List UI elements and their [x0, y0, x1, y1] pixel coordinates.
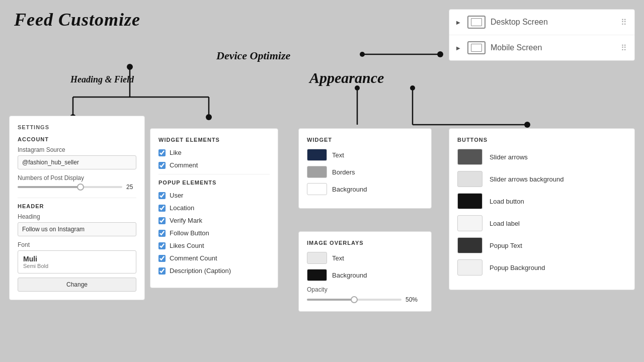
instagram-source-input[interactable] — [18, 155, 136, 169]
opacity-slider-thumb[interactable] — [351, 296, 358, 303]
widget-background-swatch[interactable] — [307, 183, 327, 195]
overlay-text-row: Text — [307, 252, 423, 264]
widget-appearance-title: WIDGET — [307, 137, 423, 143]
popup-likes-checkbox[interactable] — [158, 242, 166, 249]
popup-comment-count-row: Comment Count — [158, 254, 270, 262]
slider-arrows-bg-swatch[interactable] — [457, 171, 482, 187]
heading-input[interactable] — [18, 222, 136, 236]
popup-location-checkbox[interactable] — [158, 205, 166, 212]
popup-location-row: Location — [158, 204, 270, 212]
overlay-background-label: Background — [332, 272, 367, 279]
popup-verify-row: Verify Mark — [158, 217, 270, 224]
popup-verify-label: Verify Mark — [170, 217, 202, 224]
popup-text-label: Popup Text — [490, 242, 522, 249]
popup-likes-row: Likes Count — [158, 242, 270, 249]
appearance-panel: WIDGET Text Borders Background — [298, 128, 432, 209]
heading-label: Heading — [18, 213, 136, 220]
overlay-text-label: Text — [332, 254, 344, 262]
mobile-screen-label: Mobile Screen — [491, 43, 616, 52]
widget-elements-panel: WIDGET ELEMENTS Like Comment POPUP ELEME… — [150, 128, 278, 288]
popup-text-swatch[interactable] — [457, 237, 482, 253]
change-font-button[interactable]: Change — [18, 278, 136, 292]
image-overlays-panel: IMAGE OVERLAYS Text Background Opacity 5… — [298, 231, 432, 312]
load-button-row: Load button — [457, 193, 626, 209]
overlay-text-swatch[interactable] — [307, 252, 327, 264]
desktop-screen-item[interactable]: ▶ Desktop Screen ⠿ — [449, 10, 634, 35]
popup-bg-label: Popup Background — [490, 264, 545, 272]
popup-description-row: Description (Caption) — [158, 267, 270, 275]
popup-bg-row: Popup Background — [457, 259, 626, 276]
buttons-panel: BUTTONS Slider arrows Slider arrows back… — [449, 128, 635, 290]
widget-elements-title: WIDGET ELEMENTS — [158, 137, 270, 143]
popup-user-row: User — [158, 192, 270, 199]
account-section-label: ACCOUNT — [18, 136, 136, 142]
widget-background-row: Background — [307, 183, 423, 195]
popup-follow-checkbox[interactable] — [158, 230, 166, 237]
overlay-background-row: Background — [307, 269, 423, 281]
slider-arrows-label: Slider arrows — [490, 153, 528, 161]
desktop-dots-icon[interactable]: ⠿ — [621, 18, 627, 27]
device-optimize-label: Device Optimize — [216, 49, 290, 62]
popup-bg-swatch[interactable] — [457, 259, 482, 276]
svg-point-7 — [206, 114, 212, 120]
image-overlays-title: IMAGE OVERLAYS — [307, 240, 423, 246]
widget-borders-label: Borders — [332, 168, 355, 176]
widget-comment-checkbox[interactable] — [158, 162, 166, 169]
load-label-swatch[interactable] — [457, 215, 482, 231]
font-label: Font — [18, 241, 136, 248]
header-section-label: HEADER — [18, 203, 136, 209]
popup-verify-checkbox[interactable] — [158, 217, 166, 224]
popup-location-label: Location — [170, 204, 194, 212]
mobile-screen-item[interactable]: ▶ Mobile Screen ⠿ — [449, 35, 634, 60]
opacity-slider-track[interactable] — [307, 299, 401, 301]
overlay-background-swatch[interactable] — [307, 269, 327, 281]
slider-arrows-bg-label: Slider arrows background — [490, 175, 564, 183]
widget-like-checkbox[interactable] — [158, 149, 166, 156]
popup-comment-count-checkbox[interactable] — [158, 255, 166, 262]
load-button-label: Load button — [490, 198, 524, 205]
slider-arrows-bg-row: Slider arrows background — [457, 171, 626, 187]
slider-thumb[interactable] — [77, 184, 84, 191]
settings-title: SETTINGS — [18, 124, 136, 130]
widget-like-row: Like — [158, 149, 270, 156]
widget-text-label: Text — [332, 151, 344, 159]
widget-borders-row: Borders — [307, 166, 423, 178]
post-display-slider-track[interactable] — [18, 186, 122, 188]
post-display-value: 25 — [126, 184, 136, 191]
svg-point-10 — [437, 51, 443, 57]
svg-point-16 — [524, 122, 530, 128]
buttons-panel-title: BUTTONS — [457, 137, 626, 143]
desktop-screen-label: Desktop Screen — [491, 18, 616, 27]
popup-comment-count-label: Comment Count — [170, 254, 217, 262]
opacity-slider-fill — [307, 299, 354, 301]
popup-user-label: User — [170, 192, 183, 199]
font-weight: Semi Bold — [23, 263, 131, 269]
load-button-swatch[interactable] — [457, 193, 482, 209]
popup-likes-label: Likes Count — [170, 242, 204, 249]
widget-comment-row: Comment — [158, 161, 270, 169]
widget-comment-label: Comment — [170, 161, 198, 169]
popup-user-checkbox[interactable] — [158, 192, 166, 199]
divider-2 — [158, 174, 270, 174]
popup-description-checkbox[interactable] — [158, 267, 166, 275]
widget-borders-swatch[interactable] — [307, 166, 327, 178]
slider-arrows-swatch[interactable] — [457, 149, 482, 165]
appearance-label: Appearance — [309, 69, 384, 86]
widget-background-label: Background — [332, 186, 367, 193]
divider-1 — [18, 198, 136, 198]
font-name: Muli — [23, 255, 131, 263]
desktop-screen-icon — [467, 16, 486, 29]
load-label-row: Load label — [457, 215, 626, 231]
popup-elements-title: POPUP ELEMENTS — [158, 179, 270, 186]
mobile-dots-icon[interactable]: ⠿ — [621, 43, 627, 53]
widget-text-swatch[interactable] — [307, 149, 327, 161]
popup-description-label: Description (Caption) — [170, 267, 231, 275]
load-label-label: Load label — [490, 220, 520, 227]
heading-field-label: Heading & Field — [70, 74, 134, 85]
slider-fill — [18, 186, 80, 188]
svg-point-8 — [360, 52, 365, 57]
device-panel: ▶ Desktop Screen ⠿ ▶ Mobile Screen ⠿ — [449, 9, 635, 61]
page-title: Feed Customize — [14, 9, 140, 30]
post-display-label: Numbers of Post Display — [18, 174, 136, 182]
popup-follow-label: Follow Button — [170, 229, 209, 237]
